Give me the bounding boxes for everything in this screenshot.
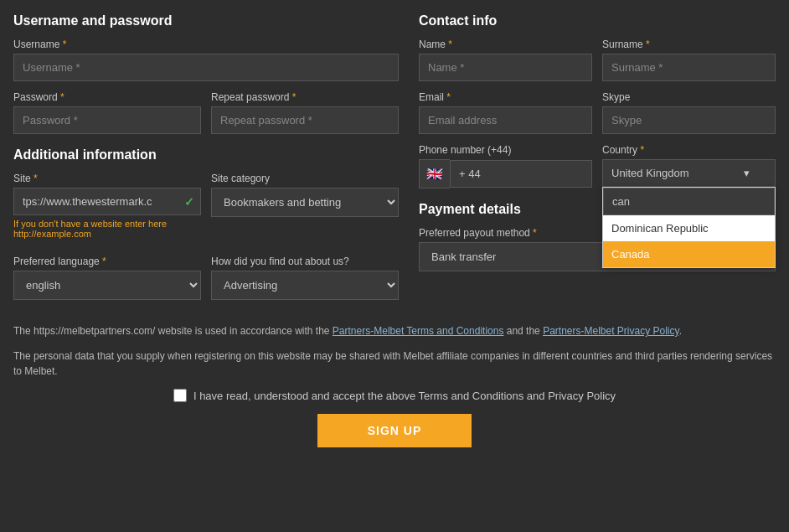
country-dropdown-wrapper: United Kingdom ▾ Dominican Republic Cana… [602,159,776,187]
how-found-select[interactable]: Advertising Search engine Friend Other [211,271,399,300]
contact-info-title: Contact info [419,13,776,28]
site-category-label: Site category [211,173,399,184]
name-input[interactable] [419,54,592,81]
preferred-language-select[interactable]: english spanish french german [13,271,201,300]
email-label: Email * [419,91,592,103]
bottom-section: The https://melbetpartners.com/ website … [13,323,776,447]
privacy-policy-link[interactable]: Partners-Melbet Privacy Policy [543,325,679,337]
terms-checkbox[interactable] [173,389,187,402]
site-input[interactable] [13,188,201,215]
country-dropdown-open: Dominican Republic Canada [602,187,776,268]
preferred-language-label: Preferred language * [13,256,201,267]
dropdown-item-dominican[interactable]: Dominican Republic [603,215,775,241]
phone-flag: 🇬🇧 [419,159,450,189]
surname-input[interactable] [602,54,776,81]
country-label: Country * [602,144,776,156]
username-input[interactable] [13,54,399,81]
repeat-password-label: Repeat password * [211,91,399,103]
how-found-label: How did you find out about us? [211,256,399,267]
repeat-password-input[interactable] [211,106,399,134]
site-hint: If you don't have a website enter here h… [13,219,201,239]
skype-input[interactable] [602,106,776,134]
chevron-down-icon: ▾ [744,167,750,179]
username-label: Username * [13,39,399,50]
site-check-icon: ✓ [184,195,194,209]
additional-info-title: Additional information [13,147,399,163]
country-select-display[interactable]: United Kingdom ▾ [602,159,776,187]
password-label: Password * [13,91,201,103]
name-label: Name * [419,39,592,50]
terms-text-1: The https://melbetpartners.com/ website … [13,323,776,338]
phone-label: Phone number (+44) [419,144,592,156]
terms-checkbox-label: I have read, understood and accept the a… [193,390,616,402]
phone-code-input[interactable] [450,160,592,188]
site-category-select[interactable]: Bookmakers and betting Sports Casino Oth… [211,188,399,217]
username-password-title: Username and password [13,13,399,28]
email-input[interactable] [419,106,592,134]
password-input[interactable] [13,106,201,134]
site-label: Site * [13,173,201,184]
terms-conditions-link[interactable]: Partners-Melbet Terms and Conditions [333,325,504,337]
country-selected-value: United Kingdom [611,167,689,179]
sign-up-button[interactable]: SIGN UP [317,414,472,447]
surname-label: Surname * [602,39,776,50]
dropdown-item-canada[interactable]: Canada [603,241,775,267]
terms-checkbox-row: I have read, understood and accept the a… [13,389,776,402]
terms-text-2: The personal data that you supply when r… [13,349,776,379]
skype-label: Skype [602,91,776,103]
country-search-input[interactable] [603,188,775,215]
flag-icon: 🇬🇧 [426,166,443,182]
